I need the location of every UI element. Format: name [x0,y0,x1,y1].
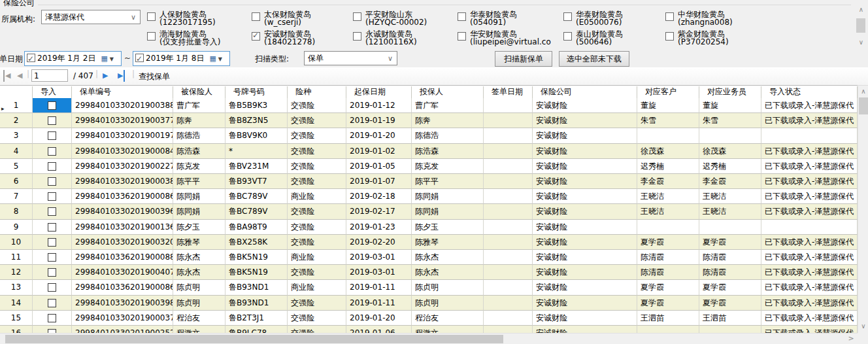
company-checkbox-item[interactable]: 永诚财险黄岛(12100116X) [353,30,456,46]
scroll-up-icon[interactable]: ∧ [858,88,868,95]
column-header-policy_no[interactable]: 保单编号 [72,86,173,98]
company-checkbox[interactable] [665,12,674,21]
scan-new-policy-button[interactable]: 扫描新保单 [495,51,552,67]
cell-import[interactable] [33,220,72,235]
company-checkbox[interactable] [252,12,260,21]
company-checkbox[interactable] [563,12,572,21]
dropdown-arrow-icon[interactable]: ▼ [218,56,222,62]
date-from-picker[interactable]: 2019年 1月 2日▦▼ [24,51,122,66]
cell-company: 安诚财险 [533,113,637,128]
table-vertical-scrollbar[interactable]: ∧ ∨ [858,86,868,333]
cell-sign_date [484,311,533,326]
cell-import[interactable] [33,280,72,295]
org-select[interactable]: 泽慧源保代 ∨ [41,10,141,24]
page-number-input[interactable] [31,69,68,82]
import-checkbox[interactable] [48,162,56,171]
company-checkbox-item[interactable]: 华安财险黄岛(liupeipei@virtual.co [458,30,561,46]
company-checkbox[interactable] [147,32,156,41]
import-checkbox[interactable] [48,177,56,186]
prev-page-icon[interactable]: ◀ [17,70,22,82]
company-checkbox-item[interactable]: 人保财险黄岛(1223017195) [147,10,250,26]
cell-import[interactable] [33,159,72,174]
scrollbar-thumb[interactable] [856,18,865,33]
cell-import[interactable] [33,265,72,280]
company-checkbox-item[interactable]: 安诚财险黄岛(184021278) [252,30,355,46]
column-header-risk_type[interactable]: 险种 [288,86,346,98]
cell-import[interactable] [33,144,72,159]
last-page-icon[interactable]: ▶ [118,70,125,82]
company-checkbox-item[interactable]: 中华财险黄岛(zhangna008) [665,10,769,26]
import-checkbox[interactable] [48,116,56,125]
column-header-import[interactable]: 导入 [33,86,72,98]
cell-import[interactable] [33,98,72,113]
sign-date-label: 签单日期 [0,54,23,65]
scrollbar-thumb[interactable] [859,97,868,114]
import-checkbox[interactable] [48,314,56,322]
panel-scrollbar[interactable]: ∧ ∨ [854,0,868,50]
cell-risk_type: 商业险 [288,250,346,265]
scroll-right-icon[interactable]: > [846,335,856,342]
company-checkbox[interactable] [353,32,361,41]
column-header-company[interactable]: 保险公司 [533,86,637,98]
company-checkbox-item[interactable]: 太保财险黄岛(w_cserji) [252,10,355,26]
date-to-checkbox[interactable] [135,54,144,62]
company-checkbox[interactable] [665,32,674,41]
cell-agent: 陈清霞 [699,265,761,280]
cell-import[interactable] [33,189,72,204]
cell-import[interactable] [33,235,72,250]
import-checkbox[interactable] [48,131,56,140]
cell-agent: 陈清霞 [699,250,761,265]
cell-import[interactable] [33,296,72,311]
company-account: (HZYQC-00002) [365,18,456,26]
column-header-plate[interactable]: 号牌号码 [225,86,288,98]
import-checkbox[interactable] [48,101,56,110]
company-checkbox[interactable] [147,12,156,21]
select-all-undownloaded-button[interactable]: 选中全部未下载 [559,51,629,67]
import-checkbox[interactable] [48,253,56,262]
import-checkbox[interactable] [48,299,56,307]
column-header-sign_date[interactable]: 签单日期 [484,86,533,98]
scroll-up-icon[interactable]: ∧ [854,7,868,13]
company-checkbox-item[interactable]: 华泰财险黄岛(054091) [458,10,561,26]
company-checkbox[interactable] [458,12,466,21]
scroll-down-icon[interactable]: ∨ [854,39,868,46]
column-header-insured[interactable]: 被保险人 [173,86,225,98]
column-header-customer[interactable]: 对应客户 [637,86,699,98]
import-checkbox[interactable] [48,207,56,216]
date-from-checkbox[interactable] [27,54,35,62]
cell-import[interactable] [33,250,72,265]
dropdown-arrow-icon[interactable]: ▼ [110,56,114,62]
scan-type-select[interactable]: 保单 ∨ [304,51,397,65]
column-header-start_date[interactable]: 起保日期 [346,86,412,98]
column-header-status[interactable]: 导入状态 [761,86,858,98]
company-checkbox-item[interactable]: 泰山财险黄岛(500646) [563,30,667,46]
scrollbar-thumb[interactable] [5,335,503,343]
import-checkbox[interactable] [48,238,56,247]
cell-import[interactable] [33,128,72,143]
find-policy-button[interactable]: 查找保单 [139,71,170,82]
company-checkbox-item[interactable]: 渤海财险黄岛(仅支持批量导入) [147,30,250,46]
import-checkbox[interactable] [48,283,56,292]
first-page-icon[interactable]: ◀ [3,70,10,82]
cell-import[interactable] [33,174,72,189]
import-checkbox[interactable] [48,223,56,232]
company-checkbox[interactable] [252,32,260,41]
column-header-agent[interactable]: 对应业务员 [699,86,761,98]
import-checkbox[interactable] [48,268,56,277]
company-checkbox-item[interactable]: 华泰财险黄岛(E0500076) [563,10,667,26]
company-checkbox[interactable] [458,32,466,41]
company-checkbox-item[interactable]: 紫金财险黄岛(P37020254) [665,30,769,46]
company-checkbox[interactable] [353,12,361,21]
import-checkbox[interactable] [48,192,56,201]
company-checkbox[interactable] [563,32,572,41]
column-header-applicant[interactable]: 投保人 [412,86,484,98]
date-to-picker[interactable]: 2019年 1月 8日▦▼ [133,51,230,66]
import-checkbox[interactable] [48,147,56,156]
cell-import[interactable] [33,113,72,128]
next-page-icon[interactable]: ▶ [103,70,108,82]
cell-import[interactable] [33,204,72,219]
cell-import[interactable] [33,311,72,326]
table-horizontal-scrollbar[interactable]: > [0,333,858,344]
company-checkbox-item[interactable]: 平安财险山东(HZYQC-00002) [353,10,456,26]
scroll-down-icon[interactable]: ∨ [858,323,868,330]
